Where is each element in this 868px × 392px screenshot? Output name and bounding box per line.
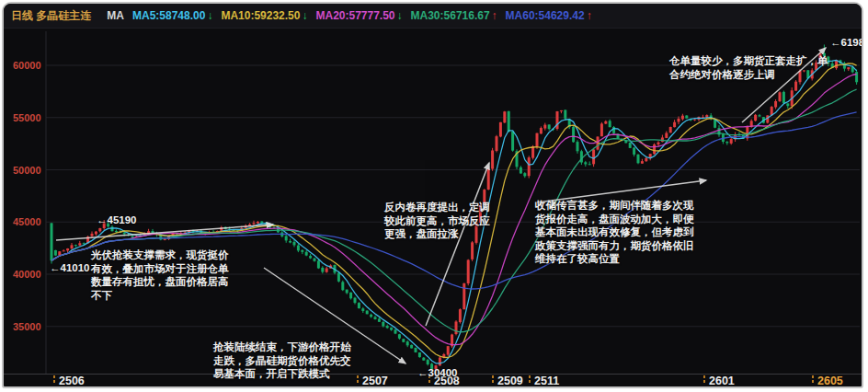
ma-values-group: MA5:58748.00↓MA10:59232.50↓MA20:57777.50… bbox=[132, 9, 592, 22]
annotation-note-line: 反内卷再度提出，定调 bbox=[384, 201, 490, 214]
down-arrow-icon: ↓ bbox=[207, 9, 212, 22]
ma-item-ma5: MA5:58748.00↓ bbox=[132, 9, 212, 22]
annotation-note: 仓单量较少，多期货正套走扩，单合约绝对价格逐步上调 bbox=[669, 54, 828, 81]
annotation-note-line: 货报价走高，盘面波动加大，即便 bbox=[535, 213, 694, 226]
up-arrow-icon: ↑ bbox=[492, 9, 497, 22]
annotation-note-line: 合约绝对价格逐步上调 bbox=[669, 68, 828, 82]
annotation-note-line: 较此前更高，市场反应 bbox=[384, 214, 490, 228]
up-arrow-icon: ↑ bbox=[587, 9, 592, 22]
price-marker-label: ←41010 bbox=[50, 262, 89, 273]
annotation-note-line: 有效，叠加市场对于注册仓单 bbox=[91, 262, 229, 276]
annotation-note-line: 光伏抢装支撑需求，现货挺价 bbox=[91, 248, 229, 262]
annotation-note-line: 易基本面，开启下跌模式 bbox=[213, 367, 351, 381]
x-axis-label: 2601 bbox=[709, 375, 735, 386]
y-axis-label: 55000 bbox=[13, 112, 41, 123]
ma-item-ma10: MA10:59232.50↓ bbox=[221, 9, 307, 22]
x-axis-label: 2509 bbox=[497, 375, 523, 386]
ma-item-ma60: MA60:54629.42↑ bbox=[506, 9, 592, 22]
ma-indicator-label[interactable]: MA bbox=[107, 9, 124, 22]
ma60-value: MA60:54629.42 bbox=[506, 9, 585, 22]
chart-title: 日线 多晶硅主连 bbox=[11, 8, 91, 24]
annotation-note-line: 不下 bbox=[91, 289, 229, 303]
y-axis-label: 35000 bbox=[13, 321, 41, 332]
down-arrow-icon: ↓ bbox=[302, 9, 307, 22]
annotation-note-line: 抢装陆续结束，下游价格开始 bbox=[213, 340, 351, 354]
annotation-note-line: 维持在了较高位置 bbox=[535, 252, 694, 266]
annotation-note-line: 数量存有担忧，盘面价格居高 bbox=[91, 275, 229, 289]
price-marker-label: ←61985 bbox=[830, 37, 863, 48]
price-marker-label: ←45190 bbox=[97, 214, 136, 225]
chart-window: 日线 多晶硅主连 MA MA5:58748.00↓MA10:59232.50↓M… bbox=[2, 2, 863, 388]
annotation-note-line: 更强，盘面拉涨 bbox=[384, 227, 490, 241]
y-axis-label: 60000 bbox=[13, 60, 41, 71]
ma5-value: MA5:58748.00 bbox=[132, 9, 205, 22]
ma20-value: MA20:57777.50 bbox=[315, 9, 394, 22]
y-axis-label: 50000 bbox=[13, 165, 41, 176]
annotation-note-line: 走跌，多晶硅期货价格优先交 bbox=[213, 354, 351, 368]
down-arrow-icon: ↓ bbox=[397, 9, 403, 22]
annotation-note-line: 仓单量较少，多期货正套走扩，单 bbox=[669, 54, 828, 68]
annotation-note-line: 基本面未出现有效修复，但考虑到 bbox=[535, 225, 694, 239]
ma-item-ma30: MA30:56716.67↑ bbox=[411, 9, 497, 22]
annotation-note: 抢装陆续结束，下游价格开始走跌，多晶硅期货价格优先交易基本面，开启下跌模式 bbox=[213, 340, 351, 381]
y-axis-label: 45000 bbox=[13, 216, 41, 227]
annotation-note-line: 收储传言甚多，期间伴随着多次现 bbox=[535, 199, 694, 213]
ma-item-ma20: MA20:57777.50↓ bbox=[315, 9, 402, 22]
chart-header: 日线 多晶硅主连 MA MA5:58748.00↓MA10:59232.50↓M… bbox=[4, 4, 862, 29]
annotation-note: 收储传言甚多，期间伴随着多次现货报价走高，盘面波动加大，即便基本面未出现有效修复… bbox=[535, 199, 694, 266]
annotation-note-line: 政策支撑强而有力，期货价格依旧 bbox=[535, 239, 694, 253]
x-axis-label: 2506 bbox=[59, 375, 85, 386]
ma10-value: MA10:59232.50 bbox=[221, 9, 300, 22]
ma30-value: MA30:56716.67 bbox=[411, 9, 490, 22]
x-axis-label: 2511 bbox=[534, 375, 559, 386]
price-marker-label: ←30400 bbox=[417, 367, 457, 378]
y-axis-label: 40000 bbox=[13, 269, 41, 280]
x-axis-label: 2605 bbox=[817, 375, 843, 386]
x-axis-label: 2507 bbox=[362, 375, 388, 386]
annotation-note: 反内卷再度提出，定调较此前更高，市场反应更强，盘面拉涨 bbox=[384, 201, 490, 241]
annotation-note: 光伏抢装支撑需求，现货挺价有效，叠加市场对于注册仓单数量存有担忧，盘面价格居高不… bbox=[91, 248, 229, 302]
